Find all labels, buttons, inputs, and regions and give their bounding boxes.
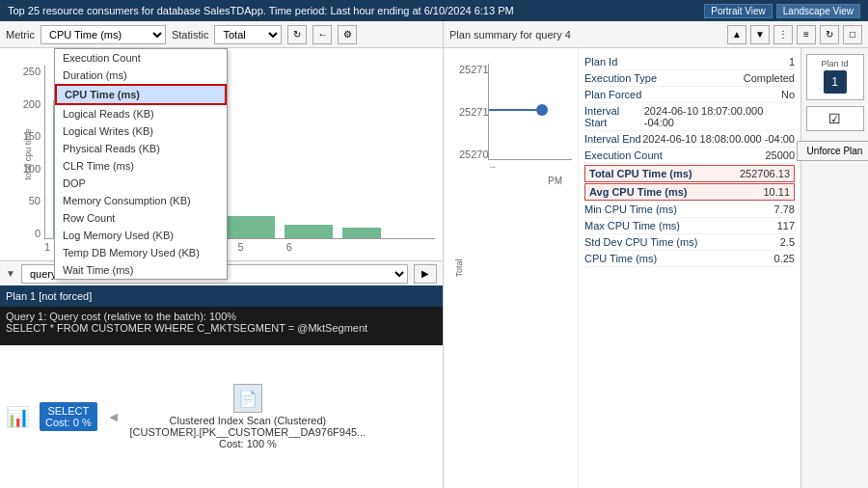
plan-id-number: 1	[824, 70, 847, 94]
right-btn1[interactable]: ▲	[727, 25, 746, 44]
right-btn6[interactable]: □	[843, 25, 862, 44]
x-label-right: →	[488, 162, 572, 172]
info-value-plan-id: 1	[789, 56, 795, 68]
clustered-index-icon: 📄	[233, 384, 262, 413]
info-row-total-cpu: Total CPU Time (ms) 252706.13	[584, 165, 795, 182]
top-bar: Top 25 resource consumers for database S…	[0, 0, 868, 21]
info-value-cpu-time: 0.25	[774, 253, 795, 264]
plan-id-box: Plan Id 1	[806, 54, 864, 100]
right-btn3[interactable]: ⋮	[773, 25, 793, 44]
info-row-avg-cpu: Avg CPU Time (ms) 10.11	[584, 183, 795, 201]
info-label-std-dev: Std Dev CPU Time (ms)	[584, 236, 697, 248]
portrait-view-button[interactable]: Portrait View	[704, 4, 773, 18]
info-row-std-dev: Std Dev CPU Time (ms) 2.5	[584, 234, 795, 251]
info-value-total-cpu: 252706.13	[740, 168, 790, 179]
y-tick: 100	[12, 163, 41, 175]
right-panel: Plan summary for query 4 ▲ ▼ ⋮ ≡ ↻ □ 252…	[444, 21, 868, 488]
statistic-select[interactable]: Total	[214, 25, 282, 44]
metric-dropdown[interactable]: Execution Count Duration (ms) CPU Time (…	[54, 48, 228, 280]
refresh-button[interactable]: ↻	[287, 25, 307, 44]
plan-arrow: ◄	[107, 409, 121, 424]
info-row-max-cpu: Max CPU Time (ms) 117	[584, 218, 795, 234]
info-label-avg-cpu: Avg CPU Time (ms)	[589, 186, 687, 198]
right-y-label: Total	[454, 258, 464, 277]
dropdown-item-logical-writes[interactable]: Logical Writes (KB)	[55, 122, 227, 140]
info-label-interval-start: Interval Start	[584, 105, 644, 128]
dropdown-item-temp-db[interactable]: Temp DB Memory Used (KB)	[55, 244, 227, 261]
info-row-exec-type: Execution Type Completed	[584, 70, 795, 87]
dropdown-item-clr-time[interactable]: CLR Time (ms)	[55, 157, 227, 175]
dropdown-item-dop[interactable]: DOP	[55, 175, 227, 192]
dropdown-item-logical-reads[interactable]: Logical Reads (KB)	[55, 105, 227, 122]
mini-y-tick: 252710	[459, 106, 486, 118]
info-row-cpu-time: CPU Time (ms) 0.25	[584, 251, 795, 267]
info-label-min-cpu: Min CPU Time (ms)	[584, 203, 677, 215]
info-row-exec-count: Execution Count 25000	[584, 148, 795, 164]
plan-summary-title: Plan summary for query 4	[449, 29, 723, 41]
mini-y-tick: 252705	[459, 149, 486, 160]
dropdown-item-cpu-time[interactable]: CPU Time (ms)	[55, 84, 227, 105]
dropdown-item-log-memory[interactable]: Log Memory Used (KB)	[55, 227, 227, 244]
plan-diagram-icon: 📊	[6, 405, 30, 428]
info-value-std-dev: 2.5	[780, 236, 795, 248]
mini-y-tick: 252715	[459, 64, 486, 75]
right-side-bar: Plan Id 1 ☑ Unforce Plan	[800, 48, 868, 488]
plan-check-icon: ☑	[828, 111, 841, 126]
plan-bar: Plan 1 [not forced]	[0, 285, 443, 307]
info-value-max-cpu: 117	[777, 220, 795, 231]
landscape-view-button[interactable]: Landscape View	[776, 4, 860, 18]
info-panel: Plan Id 1 Execution Type Completed Plan …	[579, 48, 800, 488]
y-tick: 0	[12, 228, 41, 239]
info-value-min-cpu: 7.78	[774, 203, 795, 215]
query-text-area: Query 1: Query cost (relative to the bat…	[0, 307, 443, 345]
dropdown-item-duration[interactable]: Duration (ms)	[55, 67, 227, 84]
left-toolbar: Metric CPU Time (ms) Statistic Total ↻ ←…	[0, 21, 443, 48]
y-tick: 50	[12, 195, 41, 206]
plan-id-control[interactable]: ☑	[806, 106, 864, 131]
filter-go-button[interactable]: ▶	[414, 264, 437, 284]
info-label-cpu-time: CPU Time (ms)	[584, 253, 657, 264]
info-row-min-cpu: Min CPU Time (ms) 7.78	[584, 202, 795, 218]
info-value-interval-start: 2024-06-10 18:07:00.000 -04:00	[644, 105, 795, 128]
metric-label: Metric	[6, 29, 35, 41]
dropdown-item-row-count[interactable]: Row Count	[55, 209, 227, 227]
dropdown-item-execution-count[interactable]: Execution Count	[55, 49, 227, 67]
settings-button[interactable]: ⚙	[338, 25, 357, 44]
chart-dot	[536, 104, 548, 116]
unforce-plan-button[interactable]: Unforce Plan	[797, 141, 869, 161]
info-label-max-cpu: Max CPU Time (ms)	[584, 220, 680, 231]
y-tick: 250	[12, 66, 41, 77]
clustered-index-cost: Cost: 100 %	[219, 438, 277, 449]
info-label-exec-count: Execution Count	[584, 149, 663, 161]
statistic-label: Statistic	[172, 29, 209, 41]
dropdown-item-wait-time[interactable]: Wait Time (ms)	[55, 261, 227, 279]
right-btn5[interactable]: ↻	[820, 25, 839, 44]
main-container: Metric CPU Time (ms) Statistic Total ↻ ←…	[0, 21, 868, 488]
query-line1: Query 1: Query cost (relative to the bat…	[6, 311, 437, 322]
info-label-plan-forced: Plan Forced	[584, 89, 641, 100]
info-row-interval-start: Interval Start 2024-06-10 18:07:00.000 -…	[584, 103, 795, 131]
y-ticks: 250 200 150 100 50 0	[12, 66, 41, 239]
chart-bar	[227, 216, 275, 238]
right-btn2[interactable]: ▼	[750, 25, 770, 44]
filter-label: ▼	[6, 268, 15, 279]
dropdown-item-physical-reads[interactable]: Physical Reads (KB)	[55, 140, 227, 157]
plan-summary-content: 252715 252710 252705 → Total PM	[444, 48, 868, 488]
info-value-interval-end: 2024-06-10 18:08:00.000 -04:00	[642, 133, 795, 145]
select-node: SELECT Cost: 0 %	[40, 402, 97, 431]
view-buttons: Portrait View Landscape View	[704, 4, 860, 18]
right-btn4[interactable]: ≡	[797, 25, 816, 44]
left-panel: Metric CPU Time (ms) Statistic Total ↻ ←…	[0, 21, 444, 488]
info-label-interval-end: Interval End	[584, 133, 641, 145]
info-value-exec-count: 25000	[765, 149, 795, 161]
chart-line	[489, 109, 536, 111]
plan-diagram: 📊 SELECT Cost: 0 % ◄ 📄 Clustered Index S…	[0, 345, 443, 488]
dropdown-item-memory[interactable]: Memory Consumption (KB)	[55, 192, 227, 209]
metric-select[interactable]: CPU Time (ms)	[41, 25, 166, 44]
info-value-exec-type: Completed	[744, 72, 795, 84]
clustered-index-sub: [CUSTOMER].[PK__CUSTOMER__DA976F945...	[130, 426, 366, 438]
select-label: SELECT	[45, 405, 92, 417]
back-button[interactable]: ←	[312, 25, 332, 44]
query-line2: SELECT * FROM CUSTOMER WHERE C_MKTSEGMEN…	[6, 322, 437, 334]
top-bar-title: Top 25 resource consumers for database S…	[8, 5, 514, 16]
